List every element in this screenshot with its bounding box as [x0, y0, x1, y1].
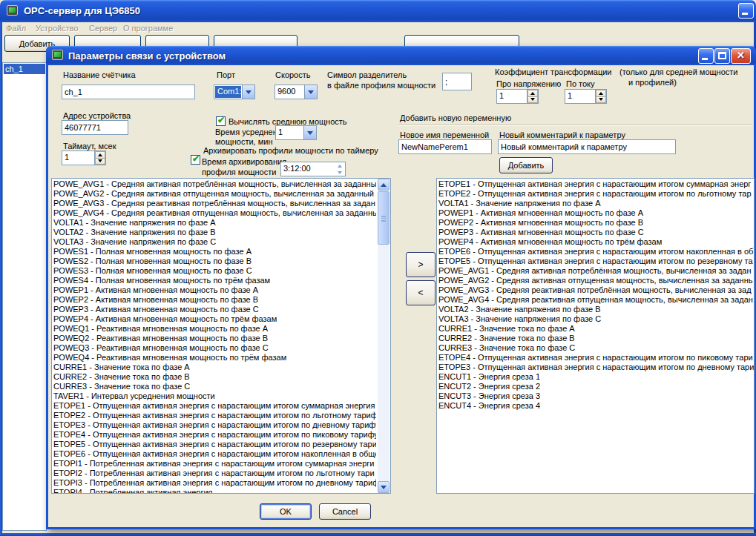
list-item[interactable]: VOLTA3 - Значение напряжения по фазе С [53, 237, 376, 247]
available-list-scrollbar[interactable] [378, 179, 389, 493]
dialog-titlebar[interactable]: Параметры связи с устройством ✕ [46, 46, 756, 65]
avg-power-checkbox[interactable]: ✔ [216, 116, 226, 126]
spin-down-icon[interactable] [527, 97, 538, 104]
list-item[interactable]: POWE_AVG4 - Средняя реактивная отпущенна… [53, 208, 376, 218]
list-item[interactable]: POWE_AVG1 - Средняя активная потреблённа… [438, 266, 754, 276]
spin-up-icon[interactable] [334, 162, 345, 169]
list-item[interactable]: POWEQ1 - Реактивная мгновенная мощность … [53, 324, 376, 334]
list-item[interactable]: ETOPE2 - Отпущенная активная энергия с н… [438, 189, 754, 199]
spin-down-icon[interactable] [95, 159, 105, 165]
list-item[interactable]: ENCUT2 - Энергия среза 2 [438, 382, 754, 391]
dialog-minimize-button[interactable] [698, 48, 714, 64]
spin-down-icon[interactable] [596, 97, 606, 104]
list-item[interactable]: VOLTA2 - Значение напряжения по фазе В [438, 305, 754, 314]
scroll-up-button[interactable] [378, 179, 389, 191]
list-item[interactable]: POWE_AVG4 - Средняя реактивная отпущенна… [438, 295, 754, 305]
list-item[interactable]: POWEP4 - Активная мгновенная мощность по… [53, 314, 376, 324]
spin-down-icon[interactable] [334, 169, 345, 176]
list-item[interactable]: POWES2 - Полная мгновенная мощность по ф… [53, 257, 376, 266]
list-item[interactable]: POWEQ2 - Реактивная мгновенная мощность … [53, 334, 376, 343]
list-item[interactable]: POWEP1 - Активная мгновенная мощность по… [438, 208, 754, 218]
list-item[interactable]: POWEQ3 - Реактивная мгновенная мощность … [53, 343, 376, 353]
list-item[interactable]: CURRE1 - Значение тока по фазе А [53, 363, 376, 372]
channel-list-item[interactable]: ch_1 [4, 64, 45, 74]
avg-time-combobox[interactable]: 1 [275, 125, 317, 140]
add-variable-button[interactable]: Добавить [499, 157, 553, 173]
list-item[interactable]: ETOPI4 - Потребленная активная энергия [53, 488, 376, 494]
cancel-button[interactable]: Cancel [319, 503, 371, 520]
spin-up-icon[interactable] [527, 90, 538, 97]
list-item[interactable]: ETOPE5 - Отпущенная активная энергия с н… [438, 257, 754, 266]
list-item[interactable]: VOLTA3 - Значение напряжения по фазе С [438, 314, 754, 324]
chevron-down-icon[interactable] [242, 85, 254, 99]
timeout-spinner[interactable]: 1 [62, 150, 106, 165]
spin-up-icon[interactable] [596, 90, 606, 97]
ok-button[interactable]: OK [260, 503, 312, 520]
list-item[interactable]: TAVER1 - Интервал усреднения мощности [53, 391, 376, 401]
scrollbar-thumb[interactable] [378, 191, 389, 245]
list-item[interactable]: ETOPE4 - Отпущенная активная энергия с н… [438, 353, 754, 363]
list-item[interactable]: CURRE1 - Значение тока по фазе А [438, 324, 754, 334]
menu-about[interactable]: О программе [123, 24, 173, 33]
list-item[interactable]: ETOPE6 - Отпущенная активная энергия с н… [438, 247, 754, 257]
list-item[interactable]: POWES4 - Полная мгновенная мощность по т… [53, 276, 376, 285]
chevron-down-icon[interactable] [304, 85, 317, 99]
dialog-close-button[interactable]: ✕ [731, 48, 751, 64]
list-item[interactable]: ETOPE1 - Отпущенная активная энергия с н… [53, 401, 376, 411]
list-item[interactable]: VOLTA1 - Значение напряжения по фазе А [438, 199, 754, 208]
spin-up-icon[interactable] [95, 151, 105, 159]
list-item[interactable]: POWE_AVG2 - Средняя активная отпущенная … [438, 276, 754, 285]
list-item[interactable]: POWEP3 - Активная мгновенная мощность по… [438, 228, 754, 237]
scroll-down-button[interactable] [378, 481, 389, 493]
list-item[interactable]: ETOPE4 - Отпущенная активная энергия с н… [53, 430, 376, 440]
list-item[interactable]: ETOPI2 - Потребленная активная энергия с… [53, 469, 376, 478]
archive-time-spinner[interactable]: 3:12:00 [280, 162, 346, 176]
list-item[interactable]: POWE_AVG3 - Средняя реактивная потреблён… [438, 285, 754, 295]
menu-server[interactable]: Сервер [89, 24, 117, 33]
list-item[interactable]: POWEP1 - Активная мгновенная мощность по… [53, 285, 376, 295]
list-item[interactable]: ETOPE5 - Отпущенная активная энергия с н… [53, 440, 376, 449]
list-item[interactable]: POWES3 - Полная мгновенная мощность по ф… [53, 266, 376, 276]
main-minimize-button[interactable] [738, 3, 754, 19]
selected-variables-list[interactable]: ETOPE1 - Отпущенная активная энергия с н… [436, 178, 755, 494]
list-item[interactable]: ENCUT4 - Энергия среза 4 [438, 401, 754, 411]
list-item[interactable]: ETOPI1 - Потребленная активная энергия с… [53, 459, 376, 469]
move-right-button[interactable]: > [406, 252, 435, 277]
dialog-maximize-button[interactable] [714, 48, 730, 64]
list-item[interactable]: CURRE2 - Значение тока по фазе В [53, 372, 376, 382]
menu-device[interactable]: Устройство [36, 24, 79, 33]
voltage-coeff-spinner[interactable]: 1 [496, 89, 539, 104]
list-item[interactable]: POWEP2 - Активная мгновенная мощность по… [53, 295, 376, 305]
list-item[interactable]: ETOPE6 - Отпущенная активная энергия с н… [53, 449, 376, 459]
list-item[interactable]: POWE_AVG3 - Средняя реактивная потреблён… [53, 199, 376, 208]
list-item[interactable]: CURRE3 - Значение тока по фазе С [53, 382, 376, 391]
channel-list[interactable]: ch_1 [2, 62, 47, 531]
menu-file[interactable]: Файл [6, 24, 26, 33]
meter-name-input[interactable] [62, 85, 195, 99]
address-input[interactable] [62, 120, 128, 135]
separator-input[interactable] [442, 73, 472, 90]
chevron-down-icon[interactable] [303, 126, 316, 139]
port-combobox[interactable]: Com1: [214, 85, 255, 99]
current-coeff-spinner[interactable]: 1 [565, 89, 607, 104]
list-item[interactable]: ETOPE1 - Отпущенная активная энергия с н… [438, 179, 754, 189]
new-comment-input[interactable] [498, 139, 676, 154]
list-item[interactable]: ETOPE3 - Отпущенная активная энергия с н… [438, 363, 754, 372]
list-item[interactable]: POWEP4 - Активная мгновенная мощность по… [438, 237, 754, 247]
list-item[interactable]: VOLTA1 - Значение напряжения по фазе А [53, 218, 376, 228]
list-item[interactable]: POWEP2 - Активная мгновенная мощность по… [438, 218, 754, 228]
list-item[interactable]: ETOPE2 - Отпущенная активная энергия с н… [53, 411, 376, 420]
list-item[interactable]: POWE_AVG1 - Средняя активная потреблённа… [53, 179, 376, 189]
list-item[interactable]: VOLTA2 - Значение напряжения по фазе В [53, 228, 376, 237]
list-item[interactable]: POWEQ4 - Реактивная мгновенная мощность … [53, 353, 376, 363]
list-item[interactable]: POWES1 - Полная мгновенная мощность по ф… [53, 247, 376, 257]
list-item[interactable]: ENCUT3 - Энергия среза 3 [438, 391, 754, 401]
archive-checkbox[interactable]: ✔ [191, 155, 200, 165]
speed-combobox[interactable]: 9600 [275, 85, 318, 99]
main-window-titlebar[interactable]: OPC-сервер для ЦЭ6850 [0, 0, 756, 22]
list-item[interactable]: ETOPI3 - Потребленная активная энергия с… [53, 478, 376, 488]
list-item[interactable]: CURRE2 - Значение тока по фазе В [438, 334, 754, 343]
list-item[interactable]: POWEP3 - Активная мгновенная мощность по… [53, 305, 376, 314]
new-name-input[interactable] [398, 139, 492, 154]
list-item[interactable]: POWE_AVG2 - Средняя активная отпущенная … [53, 189, 376, 199]
